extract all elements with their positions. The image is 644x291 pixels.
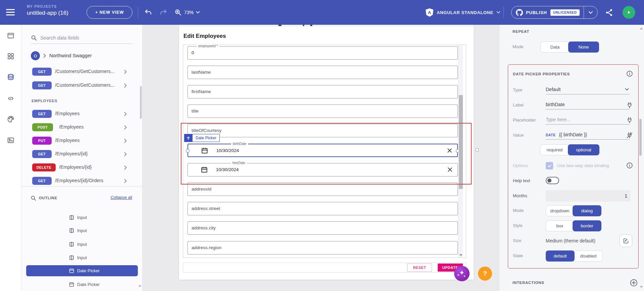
edit-form[interactable]: employeeId * 0 lastName firstName title …: [183, 45, 466, 258]
field-employeeId[interactable]: employeeId * 0: [187, 46, 458, 60]
type-select[interactable]: Default: [546, 85, 630, 94]
style-border[interactable]: border: [573, 220, 601, 231]
outline-item-input[interactable]: Input: [26, 225, 138, 236]
field-address-street[interactable]: address.street: [187, 202, 458, 215]
unbind-icon[interactable]: [626, 132, 633, 139]
endpoint-row[interactable]: GET /Customers/GetCustomers...: [21, 67, 143, 77]
endpoint-row[interactable]: POST /Employees: [21, 122, 143, 132]
run-app-button[interactable]: [623, 6, 635, 19]
chevron-right-icon[interactable]: [124, 83, 127, 88]
form-scrollbar[interactable]: [458, 45, 463, 258]
endpoint-row[interactable]: GET /Employees/{id}/Orders: [21, 176, 143, 186]
add-interaction-icon[interactable]: [630, 279, 638, 287]
endpoint-row[interactable]: GET /Employees: [21, 109, 143, 119]
reset-button[interactable]: RESET: [407, 264, 432, 272]
field-title[interactable]: title: [187, 104, 458, 118]
info-icon[interactable]: [626, 162, 633, 169]
outline-item-date-picker-selected[interactable]: Date Picker: [26, 265, 138, 276]
value-binding-input[interactable]: DATE{{ birthDate }}: [546, 131, 630, 140]
bind-icon[interactable]: [626, 101, 633, 109]
collapse-all-link[interactable]: Collapse all: [110, 195, 132, 200]
placeholder-input[interactable]: Type here...: [546, 116, 630, 125]
state-disabled[interactable]: disabled: [574, 250, 603, 262]
resize-handle[interactable]: [476, 148, 479, 151]
required-option[interactable]: required: [540, 144, 569, 155]
state-default[interactable]: default: [546, 250, 575, 262]
field-lastName[interactable]: lastName: [187, 66, 458, 79]
clear-icon[interactable]: [446, 147, 453, 154]
endpoint-row[interactable]: GET /Customers/GetCustomers...: [21, 80, 143, 90]
scroll-down-icon[interactable]: [459, 254, 463, 256]
outline-item-input[interactable]: Input: [26, 212, 138, 223]
edit-size-button[interactable]: [620, 234, 632, 247]
rail-views-icon[interactable]: [4, 29, 17, 43]
field-titleOfCourtesy[interactable]: titleOfCourtesy: [187, 124, 458, 137]
scrollbar-thumb[interactable]: [459, 95, 463, 189]
menu-icon[interactable]: [6, 9, 15, 15]
label-input[interactable]: birthDate: [546, 100, 630, 110]
endpoint-row[interactable]: GET /Employees/{id}: [21, 149, 143, 159]
outline-item-date-picker[interactable]: Date Picker: [26, 279, 138, 290]
scrollbar-thumb[interactable]: [639, 119, 642, 156]
outline-item-input[interactable]: Input: [26, 239, 138, 250]
new-view-button[interactable]: + NEW VIEW: [87, 6, 132, 19]
mode-dropdown[interactable]: dropdown: [546, 205, 574, 216]
undo-icon[interactable]: [144, 8, 153, 16]
help-text-toggle[interactable]: [546, 177, 559, 184]
mode-dialog[interactable]: dialog: [573, 205, 601, 216]
publish-button[interactable]: PUBLISH UNLICENSED: [511, 6, 598, 19]
ai-assistant-button[interactable]: ✦ ✦ ✦: [454, 266, 470, 281]
field-address-city[interactable]: address.city: [187, 221, 458, 235]
field-address-region[interactable]: address.region: [187, 241, 458, 254]
rail-data-icon[interactable]: [4, 71, 17, 84]
select-parent-icon[interactable]: [184, 134, 192, 142]
rail-code-icon[interactable]: [4, 92, 17, 105]
field-birthDate-selected[interactable]: birthDate 10/30/2024: [187, 144, 458, 157]
data-source-row[interactable]: Northwind Swagger: [31, 51, 92, 60]
zoom-control[interactable]: 73%: [174, 0, 200, 25]
publish-dropdown-chevron-icon[interactable]: [584, 11, 597, 14]
calendar-icon[interactable]: [201, 166, 208, 173]
chevron-right-icon[interactable]: [124, 165, 127, 170]
app-name[interactable]: untitled-app (16): [27, 10, 68, 16]
scroll-down-icon[interactable]: [138, 285, 142, 287]
repeat-mode-none[interactable]: None: [568, 42, 599, 53]
redo-icon[interactable]: [159, 8, 167, 16]
page-surface[interactable]: Edit Employees employeeId * 0 lastName f…: [179, 25, 474, 280]
field-firstName[interactable]: firstName: [187, 85, 458, 98]
chevron-right-icon[interactable]: [124, 152, 127, 156]
help-button[interactable]: ?: [478, 267, 492, 281]
chevron-right-icon[interactable]: [124, 70, 127, 74]
outline-item-input[interactable]: Input: [26, 252, 138, 263]
selection-chip[interactable]: Date Picker: [184, 134, 220, 142]
calendar-icon[interactable]: [201, 147, 208, 154]
framework-selector[interactable]: A ANGULAR STANDALONE: [425, 0, 500, 25]
months-input[interactable]: 1: [546, 190, 630, 202]
endpoint-row[interactable]: DELETE /Employees/{id}: [21, 162, 143, 172]
chevron-right-icon[interactable]: [124, 125, 127, 130]
field-hireDate[interactable]: hireDate 10/30/2024: [187, 163, 458, 176]
style-box[interactable]: box: [546, 220, 574, 231]
two-way-binding-checkbox[interactable]: [546, 162, 553, 169]
repeat-mode-data[interactable]: Data: [540, 42, 570, 53]
scroll-down-icon[interactable]: [640, 286, 643, 288]
chevron-right-icon[interactable]: [124, 179, 127, 183]
search-icon[interactable]: [31, 195, 36, 201]
bind-icon[interactable]: [626, 117, 633, 124]
field-addressId[interactable]: addressId: [187, 183, 458, 196]
search-data-fields[interactable]: [31, 32, 132, 44]
clear-icon[interactable]: [447, 166, 453, 173]
rail-components-icon[interactable]: [4, 50, 17, 63]
endpoint-row[interactable]: PUT /Employees: [21, 136, 143, 146]
optional-option[interactable]: optional: [568, 144, 599, 155]
selection-handle-left[interactable]: [186, 149, 190, 153]
rail-assets-icon[interactable]: [4, 134, 17, 147]
search-input[interactable]: [40, 35, 124, 41]
chevron-right-icon[interactable]: [124, 139, 127, 143]
share-icon[interactable]: [605, 8, 613, 17]
scroll-up-icon[interactable]: [640, 27, 643, 29]
chevron-right-icon[interactable]: [124, 112, 127, 116]
scrollbar-thumb[interactable]: [140, 86, 142, 119]
info-icon[interactable]: [626, 70, 633, 77]
rail-theme-icon[interactable]: [4, 113, 17, 126]
